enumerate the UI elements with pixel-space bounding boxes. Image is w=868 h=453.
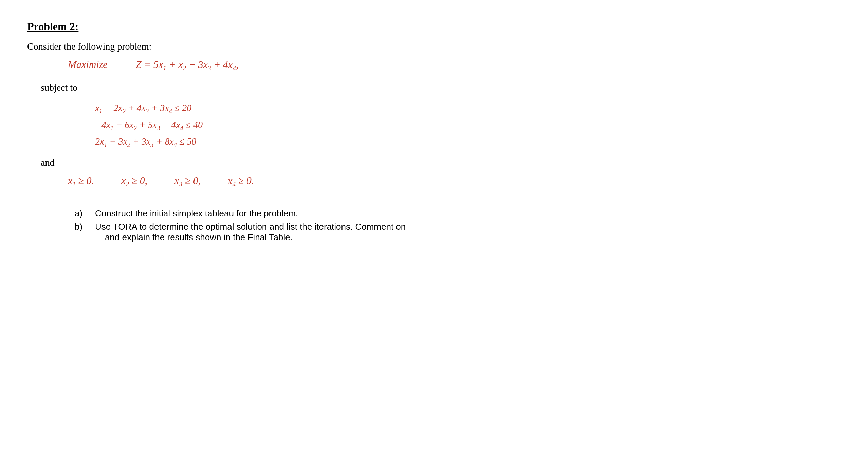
constraints-block: x1 − 2x2 + 4x3 + 3x4 ≤ 20 −4x1 + 6x2 + 5…	[95, 100, 841, 150]
constraint-3: 2x1 − 3x2 + 3x3 + 8x4 ≤ 50	[95, 133, 841, 150]
nn-x2: x2 ≥ 0,	[121, 175, 147, 188]
intro-text: Consider the following problem:	[27, 41, 841, 52]
questions-block: a) Construct the initial simplex tableau…	[75, 208, 841, 243]
nonnegativity-block: x1 ≥ 0, x2 ≥ 0, x3 ≥ 0, x4 ≥ 0.	[68, 175, 841, 188]
q-a-text: Construct the initial simplex tableau fo…	[95, 208, 841, 219]
nn-x1: x1 ≥ 0,	[68, 175, 94, 188]
subject-to-label: subject to	[41, 82, 841, 93]
and-label: and	[41, 157, 841, 168]
q-a-label: a)	[75, 208, 95, 219]
q-b-text: Use TORA to determine the optimal soluti…	[95, 222, 841, 243]
constraint-1: x1 − 2x2 + 4x3 + 3x4 ≤ 20	[95, 100, 841, 117]
question-a: a) Construct the initial simplex tableau…	[75, 208, 841, 219]
nn-x3: x3 ≥ 0,	[174, 175, 201, 188]
q-b-label: b)	[75, 222, 95, 232]
question-b: b) Use TORA to determine the optimal sol…	[75, 222, 841, 243]
maximize-label: Maximize	[68, 59, 136, 70]
nn-x4: x4 ≥ 0.	[228, 175, 254, 188]
problem-title: Problem 2:	[27, 20, 841, 33]
objective-function: Z = 5x1 + x2 + 3x3 + 4x4,	[136, 59, 238, 72]
constraint-2: −4x1 + 6x2 + 5x3 − 4x4 ≤ 40	[95, 117, 841, 134]
